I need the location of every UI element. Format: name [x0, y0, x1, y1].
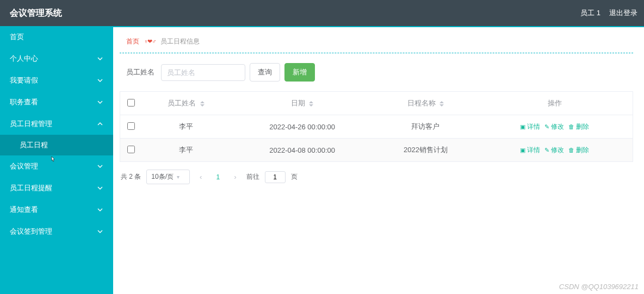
search-button[interactable]: 查询: [250, 63, 280, 82]
toolbar: 员工姓名 查询 新增: [120, 63, 633, 91]
delete-icon: 🗑: [568, 123, 574, 130]
pagination: 共 2 条 10条/页 ▾ ‹ 1 › 前往 页: [120, 162, 633, 192]
sidebar-item-home[interactable]: 首页: [0, 26, 113, 48]
cell-actions: ▣ 详情 ✎ 修改 🗑 删除: [477, 139, 633, 162]
sort-icon: [439, 101, 444, 107]
page-size-select[interactable]: 10条/页 ▾: [146, 170, 190, 184]
schedule-table: 员工姓名 日期 日程名称 操作 李平: [120, 91, 633, 162]
chevron-down-icon: [97, 163, 103, 170]
cell-actions: ▣ 详情 ✎ 修改 🗑 删除: [477, 115, 633, 139]
delete-icon: 🗑: [568, 147, 574, 153]
breadcrumb-separator-icon: ♀❤♂: [144, 38, 156, 45]
sidebar-item-label: 我要请假: [10, 76, 38, 85]
sidebar-item-label: 员工日程管理: [10, 119, 52, 129]
divider: [120, 53, 633, 53]
chevron-down-icon: [97, 228, 103, 235]
sidebar-item-schedule-mgmt[interactable]: 员工日程管理: [0, 113, 113, 135]
sidebar-item-schedule-reminder[interactable]: 员工日程提醒: [0, 177, 113, 199]
column-header-schedule-name[interactable]: 日程名称: [374, 92, 476, 115]
sidebar-item-notification[interactable]: 通知查看: [0, 199, 113, 221]
breadcrumb: 首页 ♀❤♂ 员工日程信息: [120, 34, 633, 49]
cell-schedule-name: 拜访客户: [374, 115, 476, 139]
chevron-down-icon: [97, 185, 103, 191]
column-header-date[interactable]: 日期: [230, 92, 374, 115]
cell-name: 李平: [142, 139, 230, 162]
select-all-checkbox[interactable]: [127, 99, 135, 107]
sidebar-item-label: 员工日程提醒: [10, 183, 52, 193]
chevron-down-icon: [97, 99, 103, 105]
sidebar-item-label: 职务查看: [10, 97, 38, 107]
row-checkbox[interactable]: [127, 122, 135, 130]
edit-link[interactable]: ✎ 修改: [544, 123, 564, 130]
main-content: 首页 ♀❤♂ 员工日程信息 员工姓名 查询 新增 员工姓名 日期: [113, 26, 644, 294]
chevron-up-icon: [97, 121, 103, 127]
sidebar-item-label: 会议签到管理: [10, 227, 52, 236]
detail-link[interactable]: ▣ 详情: [520, 123, 540, 130]
chevron-down-icon: [97, 77, 103, 84]
app-header: 会议管理系统 员工 1 退出登录: [0, 0, 644, 26]
table-row: 李平 2022-04-08 00:00:00 2022销售计划 ▣ 详情 ✎ 修…: [120, 139, 633, 162]
goto-label-suffix: 页: [291, 172, 298, 182]
sidebar-item-label: 个人中心: [10, 54, 38, 64]
goto-label-prefix: 前往: [246, 172, 259, 182]
name-input[interactable]: [161, 64, 245, 81]
cell-name: 李平: [142, 115, 230, 139]
sidebar-subitem-schedule[interactable]: 员工日程: [0, 135, 113, 155]
detail-icon: ▣: [520, 147, 525, 153]
chevron-down-icon: [97, 55, 103, 62]
goto-page-input[interactable]: [265, 171, 286, 183]
row-checkbox[interactable]: [127, 146, 135, 153]
cell-date: 2022-04-26 00:00:00: [230, 115, 374, 139]
detail-icon: ▣: [520, 123, 525, 130]
edit-icon: ✎: [544, 123, 549, 130]
cell-date: 2022-04-08 00:00:00: [230, 139, 374, 162]
breadcrumb-home[interactable]: 首页: [126, 37, 139, 46]
next-page-button[interactable]: ›: [230, 171, 240, 183]
sort-icon: [200, 101, 205, 107]
prev-page-button[interactable]: ‹: [195, 171, 206, 183]
sidebar: 首页 个人中心 我要请假 职务查看 员工日程管理 员工日程 会议管理 员工日程提…: [0, 26, 113, 294]
edit-icon: ✎: [544, 147, 549, 153]
chevron-down-icon: ▾: [177, 174, 179, 180]
sidebar-item-label: 员工日程: [20, 140, 48, 150]
sidebar-item-meeting-mgmt[interactable]: 会议管理: [0, 155, 113, 177]
sidebar-item-profile[interactable]: 个人中心: [0, 48, 113, 70]
sidebar-item-position[interactable]: 职务查看: [0, 91, 113, 113]
sidebar-item-leave[interactable]: 我要请假: [0, 70, 113, 91]
column-header-name[interactable]: 员工姓名: [142, 92, 230, 115]
delete-link[interactable]: 🗑 删除: [568, 146, 589, 154]
sidebar-item-label: 首页: [10, 32, 24, 42]
chevron-down-icon: [97, 207, 103, 213]
pagination-total: 共 2 条: [121, 172, 141, 182]
sort-icon: [309, 101, 313, 107]
sidebar-item-label: 会议管理: [10, 161, 38, 171]
breadcrumb-current: 员工日程信息: [160, 37, 200, 46]
sidebar-item-checkin-mgmt[interactable]: 会议签到管理: [0, 221, 113, 242]
delete-link[interactable]: 🗑 删除: [568, 123, 589, 130]
page-number[interactable]: 1: [212, 171, 224, 183]
logout-link[interactable]: 退出登录: [609, 8, 637, 18]
edit-link[interactable]: ✎ 修改: [544, 146, 564, 154]
table-row: 李平 2022-04-26 00:00:00 拜访客户 ▣ 详情 ✎ 修改 🗑 …: [120, 115, 633, 139]
detail-link[interactable]: ▣ 详情: [520, 146, 540, 154]
cell-schedule-name: 2022销售计划: [374, 139, 476, 162]
header-right: 员工 1 退出登录: [580, 8, 637, 18]
app-title: 会议管理系统: [10, 8, 62, 19]
add-button[interactable]: 新增: [284, 63, 315, 82]
column-header-action: 操作: [477, 92, 633, 115]
name-field-label: 员工姓名: [126, 67, 154, 77]
current-user[interactable]: 员工 1: [580, 8, 600, 18]
sidebar-item-label: 通知查看: [10, 205, 38, 215]
